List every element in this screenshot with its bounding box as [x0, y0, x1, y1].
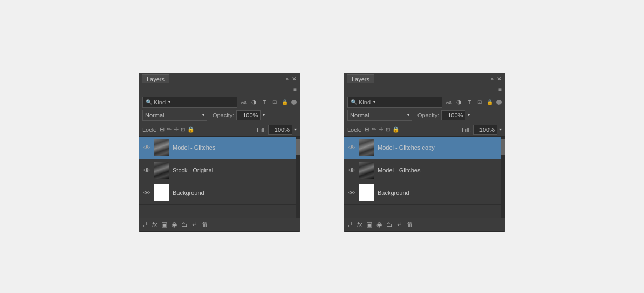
lock-artboard-icon-2[interactable]: ⊡ — [386, 127, 390, 132]
lock-move-icon-1[interactable]: ✛ — [174, 126, 179, 133]
layers-panel-1: Layers « ✕ ≡ 🔍 Kind ▾ Aa ◑ — [139, 73, 300, 232]
footer-delete-icon-2[interactable]: 🗑 — [407, 221, 413, 228]
layer-name-2-1: Model - Glitches — [378, 167, 502, 173]
layer-item-1-2[interactable]: 👁 Background — [139, 182, 300, 205]
fill-value-1[interactable]: 100% — [268, 125, 292, 135]
filter-rect-1[interactable]: ⊡ — [270, 99, 279, 105]
filter-T-2[interactable]: T — [465, 99, 474, 106]
blend-dropdown-1[interactable]: Normal ▾ — [142, 110, 207, 121]
footer-fx-icon-2[interactable]: fx — [357, 221, 362, 228]
footer-mask-icon-2[interactable]: ◉ — [376, 221, 382, 228]
lock-move-icon-2[interactable]: ✛ — [379, 126, 383, 133]
search-box-2[interactable]: 🔍 Kind ▾ — [347, 97, 442, 108]
eye-icon-1-2[interactable]: 👁 — [142, 189, 151, 197]
fill-chevron-1: ▾ — [294, 127, 297, 132]
fill-section-1: Fill: 100% ▾ — [257, 125, 297, 135]
eye-icon-2-0[interactable]: 👁 — [347, 144, 356, 152]
panel-header-1: 🔍 Kind ▾ Aa ◑ T ⊡ 🔒 Normal ▾ — [139, 94, 300, 123]
filter-lock-2[interactable]: 🔒 — [485, 99, 494, 105]
blend-opacity-row-2: Normal ▾ Opacity: 100% ▾ — [347, 110, 502, 121]
filter-T-1[interactable]: T — [260, 99, 269, 106]
layer-name-1-0: Model - Glitches — [173, 144, 297, 151]
filter-active-dot-1 — [291, 100, 297, 105]
layer-item-1-1[interactable]: 👁 Stock - Original — [139, 159, 300, 182]
thumb-white-1-2 — [154, 184, 169, 201]
opacity-value-2[interactable]: 100% — [441, 110, 465, 120]
footer-new-group-icon-2[interactable]: ▣ — [366, 221, 372, 228]
filter-circle-2[interactable]: ◑ — [455, 99, 463, 106]
panel-menu-icon-1[interactable]: ≡ — [293, 87, 297, 93]
panel-title-label-1: Layers — [147, 76, 165, 82]
kind-label-2: Kind — [359, 99, 371, 106]
thumb-white-2-2 — [359, 184, 374, 201]
eye-icon-2-2[interactable]: 👁 — [347, 189, 356, 197]
close-icon-1[interactable]: ✕ — [292, 75, 297, 82]
collapse-icon-1[interactable]: « — [286, 76, 289, 81]
fill-value-2[interactable]: 100% — [473, 125, 497, 135]
footer-fx-icon-1[interactable]: fx — [152, 221, 157, 228]
blend-dropdown-2[interactable]: Normal ▾ — [347, 110, 412, 121]
lock-brush-icon-1[interactable]: ✏ — [167, 126, 172, 133]
layer-thumb-2-0 — [359, 139, 374, 156]
collapse-icon-2[interactable]: « — [491, 76, 494, 81]
filter-lock-1[interactable]: 🔒 — [280, 99, 289, 105]
panel-menu-icon-2[interactable]: ≡ — [498, 87, 502, 93]
filter-rect-2[interactable]: ⊡ — [475, 99, 484, 105]
opacity-chevron-2: ▾ — [468, 113, 470, 117]
panel-footer-1: ⇄ fx ▣ ◉ 🗀 ↵ 🗑 — [139, 218, 300, 231]
panel-titlebar-2: Layers « ✕ — [344, 73, 505, 85]
lock-artboard-icon-1[interactable]: ⊡ — [181, 127, 185, 132]
layer-name-1-1: Stock - Original — [173, 167, 297, 173]
layers-list-1: 👁 Model - Glitches 👁 Stock - Original 👁 — [139, 137, 300, 218]
lock-all-icon-1[interactable]: 🔒 — [187, 126, 195, 133]
layer-item-2-0[interactable]: 👁 Model - Glitches copy — [344, 137, 505, 159]
layer-thumb-1-1 — [154, 162, 169, 179]
layer-thumb-2-1 — [359, 162, 374, 179]
opacity-label-1: Opacity: — [213, 112, 234, 118]
footer-link-icon-2[interactable]: ⇄ — [347, 221, 353, 228]
footer-create-icon-1[interactable]: ↵ — [192, 221, 197, 228]
blend-chevron-2: ▾ — [407, 113, 409, 117]
scrollbar-2[interactable] — [501, 137, 505, 218]
footer-folder-icon-1[interactable]: 🗀 — [181, 221, 188, 228]
layer-name-2-2: Background — [378, 190, 502, 196]
footer-folder-icon-2[interactable]: 🗀 — [386, 221, 393, 228]
lock-pixels-icon-1[interactable]: ⊞ — [160, 126, 165, 133]
footer-new-group-icon-1[interactable]: ▣ — [161, 221, 167, 228]
thumb-photo-2-1 — [359, 162, 374, 179]
layer-item-2-2[interactable]: 👁 Background — [344, 182, 505, 205]
filter-circle-1[interactable]: ◑ — [250, 99, 258, 106]
eye-icon-2-1[interactable]: 👁 — [347, 166, 356, 175]
thumb-photo-2-0 — [359, 139, 374, 156]
footer-mask-icon-1[interactable]: ◉ — [172, 221, 177, 228]
blend-mode-label-1: Normal — [145, 112, 164, 118]
footer-link-icon-1[interactable]: ⇄ — [142, 221, 148, 228]
lock-icons-1: ⊞ ✏ ✛ ⊡ 🔒 — [160, 126, 195, 133]
layers-panel-2: Layers « ✕ ≡ 🔍 Kind ▾ Aa ◑ — [344, 73, 505, 232]
layer-thumb-1-0 — [154, 139, 169, 156]
titlebar-icons-1: « ✕ — [286, 75, 297, 82]
lock-brush-icon-2[interactable]: ✏ — [372, 126, 376, 133]
footer-create-icon-2[interactable]: ↵ — [397, 221, 402, 228]
opacity-label-2: Opacity: — [417, 112, 439, 118]
eye-icon-1-1[interactable]: 👁 — [142, 166, 151, 175]
eye-icon-1-0[interactable]: 👁 — [142, 144, 151, 152]
opacity-value-1[interactable]: 100% — [236, 110, 261, 120]
panel-footer-2: ⇄ fx ▣ ◉ 🗀 ↵ 🗑 — [344, 218, 505, 231]
lock-all-icon-2[interactable]: 🔒 — [392, 126, 400, 133]
layer-thumb-2-2 — [359, 184, 374, 201]
search-icon-2: 🔍 — [351, 99, 357, 105]
scrollbar-1[interactable] — [296, 137, 300, 218]
filter-aa-2[interactable]: Aa — [444, 100, 453, 105]
layer-item-2-1[interactable]: 👁 Model - Glitches — [344, 159, 505, 182]
layer-item-1-0[interactable]: 👁 Model - Glitches — [139, 137, 300, 159]
opacity-chevron-1: ▾ — [263, 113, 265, 117]
search-box-1[interactable]: 🔍 Kind ▾ — [142, 97, 237, 108]
lock-pixels-icon-2[interactable]: ⊞ — [365, 126, 369, 133]
filter-aa-1[interactable]: Aa — [239, 100, 248, 105]
filter-row-1: 🔍 Kind ▾ Aa ◑ T ⊡ 🔒 — [142, 97, 297, 108]
footer-delete-icon-1[interactable]: 🗑 — [202, 221, 208, 228]
thumb-photo-1-0 — [154, 139, 169, 156]
lock-label-2: Lock: — [347, 127, 361, 133]
close-icon-2[interactable]: ✕ — [497, 75, 502, 82]
